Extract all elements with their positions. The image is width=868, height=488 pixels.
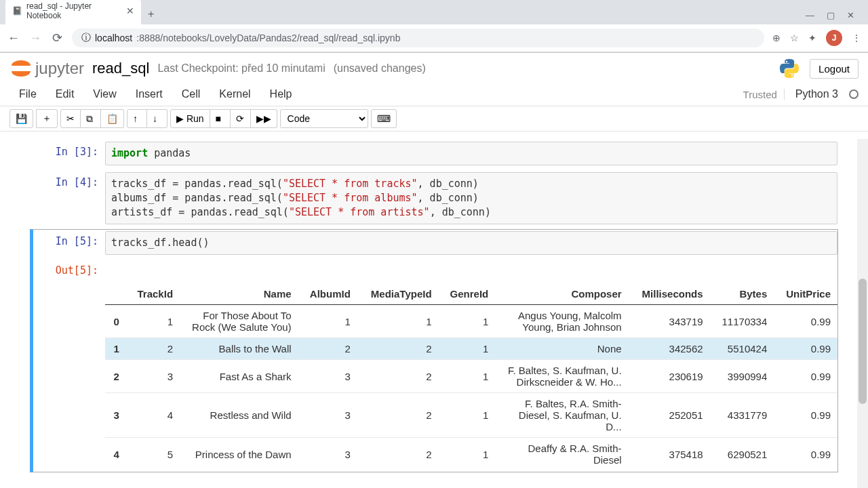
trusted-indicator[interactable]: Trusted <box>743 89 785 100</box>
command-palette-button[interactable]: ⌨ <box>371 109 397 128</box>
forward-button[interactable]: → <box>28 31 42 45</box>
code-cell-4[interactable]: In [4]: tracks_df = pandas.read_sql("SEL… <box>30 170 838 226</box>
tab-title: read_sql - Jupyter Notebook <box>26 1 122 20</box>
dataframe-table: TrackIdNameAlbumIdMediaTypeIdGenreIdComp… <box>105 283 837 470</box>
code-cell-5[interactable]: In [5]: tracks_df.head() Out[5]: TrackId… <box>30 229 838 472</box>
table-cell: Princess of the Dawn <box>180 438 298 471</box>
table-cell: 4 <box>126 393 180 438</box>
table-cell: 1 <box>439 305 496 338</box>
stop-button[interactable]: ■ <box>210 109 231 128</box>
table-cell: 0.99 <box>774 438 837 471</box>
table-cell: 6290521 <box>710 438 774 471</box>
site-info-icon[interactable]: ⓘ <box>81 32 91 44</box>
table-cell: 2 <box>357 438 439 471</box>
jupyter-logo[interactable]: jupyter <box>9 57 84 80</box>
url-input[interactable]: ⓘ localhost:8888/notebooks/LovelyData/Pa… <box>72 28 764 47</box>
save-button[interactable]: 💾 <box>9 109 33 128</box>
close-window-button[interactable]: ✕ <box>847 10 854 20</box>
python-logo-icon <box>778 58 800 79</box>
scrollbar[interactable] <box>857 139 868 481</box>
close-icon[interactable]: ✕ <box>126 5 134 16</box>
browser-chrome: 📓 read_sql - Jupyter Notebook ✕ + — ▢ ✕ … <box>0 0 868 53</box>
kernel-status-icon[interactable] <box>849 89 859 99</box>
tab-favicon-icon: 📓 <box>12 6 22 16</box>
code-input[interactable]: import pandas <box>105 142 837 165</box>
new-tab-button[interactable]: + <box>141 4 161 24</box>
table-cell: 1 <box>439 338 496 360</box>
kernel-name[interactable]: Python 3 <box>791 85 842 103</box>
notebook-title[interactable]: read_sql <box>92 60 149 77</box>
table-cell: 5 <box>126 438 180 471</box>
add-cell-button[interactable]: ＋ <box>36 109 58 128</box>
table-header: Composer <box>495 283 628 305</box>
restart-button[interactable]: ⟳ <box>231 109 251 128</box>
table-cell: Fast As a Shark <box>180 360 298 393</box>
back-button[interactable]: ← <box>7 31 20 45</box>
table-cell: 3 <box>298 438 357 471</box>
zoom-icon[interactable]: ⊕ <box>772 33 781 43</box>
table-row: 34Restless and Wild321F. Baltes, R.A. Sm… <box>105 393 837 438</box>
minimize-button[interactable]: — <box>806 10 814 20</box>
menu-help[interactable]: Help <box>260 84 302 104</box>
cut-button[interactable]: ✂ <box>60 109 81 128</box>
menu-view[interactable]: View <box>83 84 125 104</box>
in-prompt: In [5]: <box>56 235 98 247</box>
notebook-container[interactable]: In [3]: import pandas In [4]: tracks_df … <box>0 131 868 481</box>
table-cell: 1 <box>439 393 496 438</box>
table-cell: 0.99 <box>774 393 837 438</box>
row-index: 1 <box>105 338 126 360</box>
paste-button[interactable]: 📋 <box>101 109 124 128</box>
scrollbar-thumb[interactable] <box>859 279 867 404</box>
in-prompt: In [3]: <box>56 146 98 158</box>
move-up-button[interactable]: ↑ <box>127 109 147 128</box>
table-header: Name <box>180 283 298 305</box>
table-cell: F. Baltes, S. Kaufman, U. Dirkscneider &… <box>495 360 628 393</box>
code-input[interactable]: tracks_df.head() <box>105 231 837 255</box>
run-button[interactable]: ▶ Run <box>170 109 210 128</box>
table-cell: Restless and Wild <box>180 393 298 438</box>
cell-type-select[interactable]: Code <box>280 109 368 128</box>
menu-edit[interactable]: Edit <box>46 84 84 104</box>
table-cell: 5510424 <box>710 338 774 360</box>
maximize-button[interactable]: ▢ <box>827 10 835 20</box>
menu-cell[interactable]: Cell <box>172 84 210 104</box>
checkpoint-status: Last Checkpoint: před 10 minutami <box>157 62 325 75</box>
table-cell: Deaffy & R.A. Smith-Diesel <box>495 438 628 471</box>
reload-button[interactable]: ⟳ <box>50 30 64 45</box>
menu-insert[interactable]: Insert <box>126 84 172 104</box>
table-cell: 11170334 <box>710 305 774 338</box>
extensions-icon[interactable]: ✦ <box>808 33 816 43</box>
table-cell: 1 <box>357 305 439 338</box>
tab-bar: 📓 read_sql - Jupyter Notebook ✕ + — ▢ ✕ <box>0 0 868 24</box>
code-cell-3[interactable]: In [3]: import pandas <box>30 140 838 167</box>
menu-kernel[interactable]: Kernel <box>210 84 260 104</box>
table-cell: Angus Young, Malcolm Young, Brian Johnso… <box>495 305 628 338</box>
copy-button[interactable]: ⧉ <box>81 109 101 128</box>
table-row: 23Fast As a Shark321F. Baltes, S. Kaufma… <box>105 360 837 393</box>
toolbar: 💾 ＋ ✂ ⧉ 📋 ↑ ↓ ▶ Run ■ ⟳ ▶▶ Code ⌨ <box>0 106 868 131</box>
browser-menu-icon[interactable]: ⋮ <box>852 33 861 43</box>
profile-avatar[interactable]: J <box>826 30 842 46</box>
table-cell: 343719 <box>629 305 710 338</box>
bookmark-icon[interactable]: ☆ <box>790 33 799 43</box>
move-down-button[interactable]: ↓ <box>147 109 167 128</box>
browser-tab[interactable]: 📓 read_sql - Jupyter Notebook ✕ <box>5 0 141 24</box>
table-cell: 3 <box>298 360 357 393</box>
table-cell: 252051 <box>629 393 710 438</box>
code-input[interactable]: tracks_df = pandas.read_sql("SELECT * fr… <box>105 172 837 224</box>
window-controls: — ▢ ✕ <box>797 10 863 24</box>
table-header: TrackId <box>126 283 180 305</box>
table-cell: 3 <box>298 393 357 438</box>
table-cell: 1 <box>126 305 180 338</box>
row-index: 2 <box>105 360 126 393</box>
table-cell: 2 <box>357 338 439 360</box>
menu-file[interactable]: File <box>9 84 46 104</box>
fast-forward-button[interactable]: ▶▶ <box>251 109 277 128</box>
row-index: 3 <box>105 393 126 438</box>
table-cell: 342562 <box>629 338 710 360</box>
logout-button[interactable]: Logout <box>810 59 859 79</box>
table-header: UnitPrice <box>774 283 837 305</box>
table-header: GenreId <box>439 283 496 305</box>
table-cell: Balls to the Wall <box>180 338 298 360</box>
table-cell: 3990994 <box>710 360 774 393</box>
